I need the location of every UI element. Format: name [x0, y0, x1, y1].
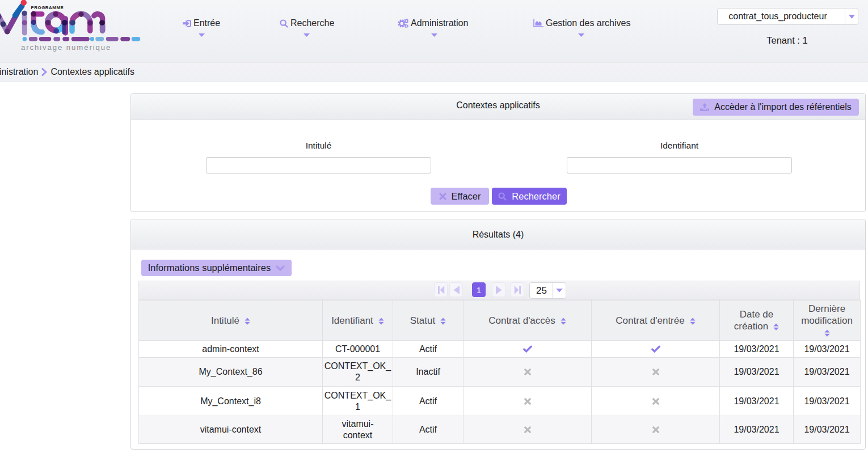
svg-text:PROGRAMME: PROGRAMME — [31, 5, 64, 10]
svg-text:archivage numérique: archivage numérique — [21, 43, 111, 52]
